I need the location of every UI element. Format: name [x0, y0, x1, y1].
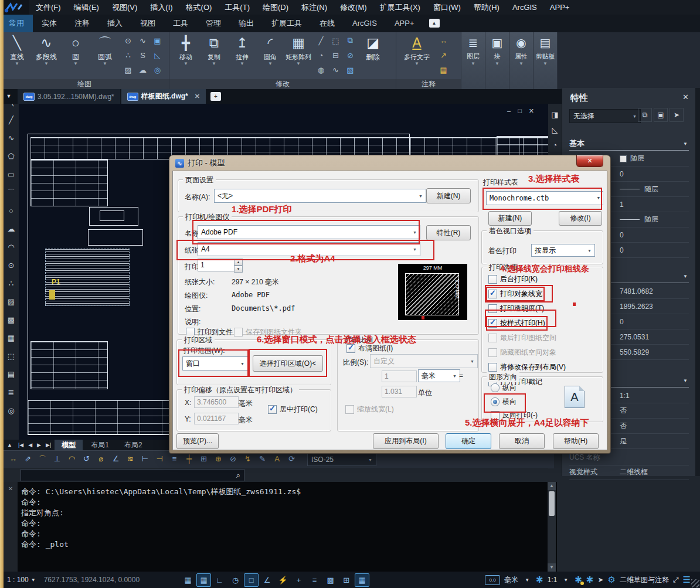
shaded-plot-dropdown[interactable]: 按显示: [531, 244, 595, 257]
modify-tool-icon[interactable]: ⬚: [328, 33, 343, 48]
selection-cursor-icon[interactable]: ➤: [597, 576, 603, 584]
search-icon[interactable]: ⌕: [236, 471, 244, 480]
modify-tool-icon[interactable]: ╱: [314, 33, 328, 48]
dimension-tool-icon[interactable]: ⊕: [211, 454, 226, 465]
palette-scrollbar[interactable]: [695, 88, 700, 476]
layout-up-icon[interactable]: ▲: [5, 442, 15, 448]
dimension-tool-icon[interactable]: ↺: [79, 454, 94, 465]
panel-caption-annotate[interactable]: 注释: [396, 79, 461, 89]
app-logo-icon[interactable]: [0, 0, 29, 15]
stretch-icon[interactable]: ↥ 拉伸 ▼: [228, 32, 256, 80]
offset-y-input[interactable]: 0.021167: [194, 413, 239, 424]
annotate-tool-icon[interactable]: ▦: [436, 63, 451, 77]
menu-item[interactable]: 修改(M): [334, 0, 373, 15]
menu-item[interactable]: 工具(T): [218, 0, 256, 15]
dimension-tool-icon[interactable]: ⌒: [35, 454, 50, 465]
section-basic[interactable]: 基本: [569, 138, 689, 151]
layout-nav-icon[interactable]: ▶|: [43, 442, 53, 448]
annotate-tool-icon[interactable]: ↔: [436, 33, 451, 48]
erase-button[interactable]: ◪ 删除: [358, 32, 388, 80]
circle-icon[interactable]: ○ 圆 ▼: [61, 32, 90, 80]
grid-display-icon[interactable]: ▦: [181, 573, 195, 587]
tab-close-icon[interactable]: ✕: [195, 93, 200, 100]
dimension-tool-icon[interactable]: ⟳: [284, 454, 299, 465]
modify-tool-icon[interactable]: ⧉: [343, 33, 358, 48]
modify-tool-icon[interactable]: ◔: [314, 48, 328, 63]
line-icon[interactable]: ╲ 直线 ▼: [2, 32, 32, 80]
preview-button[interactable]: 预览(P)...: [176, 433, 219, 449]
ribbon-tab[interactable]: 扩展工具: [263, 15, 311, 32]
tab-layout2[interactable]: 布局2: [117, 440, 149, 450]
dimension-tool-icon[interactable]: ⊘: [226, 454, 240, 465]
arc-icon[interactable]: ⌒ 圆弧 ▼: [90, 32, 120, 80]
ribbon-tab[interactable]: 注释: [66, 15, 98, 32]
viewport-scale[interactable]: 1 : 100: [7, 576, 29, 584]
drawing-tab-active[interactable]: dwg 样板图纸.dwg* ✕: [121, 89, 206, 104]
block-icon[interactable]: ▣ 块 ▼: [485, 32, 509, 91]
print-option-checkbox[interactable]: 最后打印图纸空间: [488, 333, 556, 343]
fillet-icon[interactable]: ◜ 圆角 ▼: [256, 32, 284, 80]
clipboard-icon[interactable]: ▤ 剪贴板 ▼: [534, 32, 558, 91]
scale-unit-dropdown[interactable]: 毫米: [418, 369, 460, 382]
new-tab-icon[interactable]: +: [210, 92, 221, 101]
command-close-icon[interactable]: ✕: [8, 485, 13, 492]
lineweight-unit-icon[interactable]: 0.0: [485, 575, 500, 585]
rect-array-icon[interactable]: ▦ 矩形阵列 ▼: [284, 32, 312, 80]
region-icon[interactable]: ⬚: [4, 347, 19, 365]
ribbon-tab[interactable]: 视图: [131, 15, 164, 32]
gradient-icon[interactable]: ▩: [4, 311, 19, 329]
annotation-monitor-icon[interactable]: ▦: [355, 573, 369, 587]
menu-item[interactable]: 插入(I): [144, 0, 179, 15]
revision-cloud-icon[interactable]: ☁: [4, 220, 19, 238]
modify-tool-icon[interactable]: ▧: [343, 63, 358, 77]
doc-minimize-icon[interactable]: –: [507, 107, 511, 115]
transparency-icon[interactable]: ▩: [323, 573, 338, 587]
draw-tool-icon[interactable]: ▣: [150, 33, 165, 48]
dimension-tool-icon[interactable]: A: [270, 454, 284, 465]
arc-icon[interactable]: ⌒: [4, 183, 19, 202]
ribbon-tab[interactable]: APP+: [386, 15, 423, 32]
move-icon[interactable]: ╋ 移动 ▼: [172, 32, 200, 80]
ribbon-tab[interactable]: ArcGIS: [344, 15, 386, 32]
command-scrollbar[interactable]: ▲ ▼: [548, 482, 556, 572]
dimension-tool-icon[interactable]: ↯: [240, 454, 255, 465]
menu-item[interactable]: 编辑(E): [67, 0, 106, 15]
mtext-icon[interactable]: A 多行文字 ▼: [399, 32, 435, 80]
scroll-up-icon[interactable]: ▲: [548, 482, 556, 490]
quick-select-icon[interactable]: ⧉: [638, 108, 652, 122]
lineweight-display-icon[interactable]: ≡: [307, 573, 322, 587]
dynamic-input-icon[interactable]: +: [291, 573, 306, 587]
shade-icon[interactable]: ◔: [551, 137, 558, 152]
polyline-icon[interactable]: ∿ 多段线 ▼: [32, 32, 61, 80]
print-option-checkbox[interactable]: 后台打印(K): [488, 274, 538, 284]
ortho-mode-icon[interactable]: ∟: [212, 573, 227, 587]
dimension-tool-icon[interactable]: ⊢: [138, 454, 152, 465]
panel-caption-draw[interactable]: 绘图: [0, 79, 169, 89]
draw-tool-icon[interactable]: ∴: [121, 48, 135, 63]
center-plot-checkbox[interactable]: 居中打印(C): [268, 405, 318, 414]
measure-icon[interactable]: ◺: [551, 122, 558, 137]
divide-icon[interactable]: ∴: [4, 274, 19, 293]
modify-tool-icon[interactable]: ∿: [328, 63, 343, 77]
ok-button[interactable]: 确定: [446, 433, 491, 449]
selection-cycling-icon[interactable]: ⊞: [339, 573, 354, 587]
tab-layout1[interactable]: 布局1: [84, 440, 116, 450]
snap-tracking-icon[interactable]: ⚡: [276, 573, 290, 587]
ribbon-tab[interactable]: 实体: [33, 15, 66, 32]
ribbon-collapse-icon[interactable]: ▲: [429, 19, 440, 28]
scale-dropdown[interactable]: 自定义: [370, 354, 478, 368]
construction-line-icon[interactable]: ╱: [4, 111, 19, 129]
scale-lineweight-checkbox[interactable]: 缩放线宽(L): [345, 405, 394, 414]
toggle-pickadd-icon[interactable]: ▣: [654, 108, 668, 122]
ribbon-tab[interactable]: 管理: [197, 15, 230, 32]
command-window[interactable]: ✕ 命令: C:\Users\hisetec\AppData\Local\Tem…: [4, 482, 557, 572]
unit-label[interactable]: 毫米: [504, 575, 518, 585]
scroll-down-icon[interactable]: ▼: [548, 563, 556, 572]
portrait-radio[interactable]: 纵向: [491, 383, 516, 393]
mtext-icon[interactable]: ▤: [4, 365, 19, 383]
draw-tool-icon[interactable]: ▨: [121, 63, 135, 77]
circle-icon[interactable]: ○: [4, 202, 19, 220]
draw-tool-icon[interactable]: ◎: [150, 63, 165, 77]
scale-numerator-input[interactable]: 1: [382, 371, 417, 382]
menu-item[interactable]: APP+: [543, 0, 576, 15]
